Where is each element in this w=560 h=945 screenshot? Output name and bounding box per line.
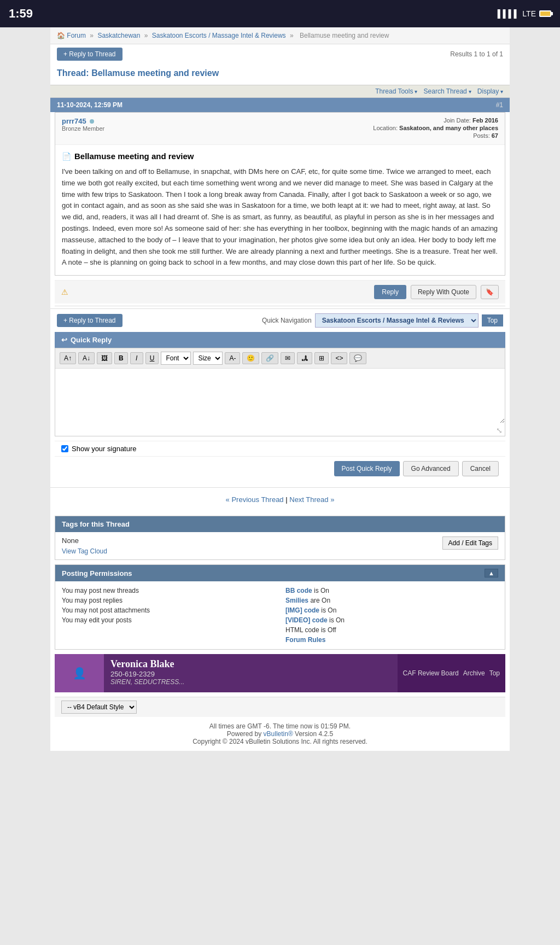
perm-item-2: You may post replies xyxy=(62,597,275,604)
resize-handle[interactable]: ⤡ xyxy=(55,425,505,436)
permissions-section: Posting Permissions ▲ You may post new t… xyxy=(55,564,505,650)
perm-rules-empty xyxy=(62,636,275,644)
smilies-status: are On xyxy=(310,597,330,604)
font-select[interactable]: Font xyxy=(161,352,191,365)
banner-links: CAF Review Board Archive Top xyxy=(398,654,505,692)
quick-nav-select[interactable]: Saskatoon Escorts / Massage Intel & Revi… xyxy=(315,313,479,328)
post-user-info: Join Date: Feb 2016 Location: Saskatoon,… xyxy=(373,117,498,140)
reply-thread-button-top[interactable]: Reply to Thread xyxy=(57,48,122,61)
reply-thread-button-bottom[interactable]: Reply to Thread xyxy=(57,314,122,327)
editor-underline-btn[interactable]: U xyxy=(145,352,159,364)
banner-top-link[interactable]: Top xyxy=(489,669,500,677)
forum-rules-link[interactable]: Forum Rules xyxy=(285,636,325,644)
footer-powered-by: Powered by vBulletin® Version 4.2.5 xyxy=(56,730,504,738)
post-content: Bellamuse meeting and review I've been t… xyxy=(55,145,505,275)
post-username[interactable]: prrr745 xyxy=(62,117,86,125)
editor-bold-btn[interactable]: B xyxy=(114,352,128,364)
perm-bbcode: BB code is On xyxy=(285,587,498,594)
results-bar: Reply to Thread Results 1 to 1 of 1 xyxy=(50,44,510,64)
editor-link-btn[interactable]: 🔗 xyxy=(261,352,278,364)
quick-nav-area: Quick Navigation Saskatoon Escorts / Mas… xyxy=(262,313,503,328)
status-bar: 1:59 ▌▌▌▌ LTE xyxy=(0,0,560,27)
next-thread-link[interactable]: Next Thread » xyxy=(289,495,334,504)
banner-phone: 250-619-2329 xyxy=(110,670,391,678)
permissions-collapse-btn[interactable]: ▲ xyxy=(485,569,498,578)
bb-code-label: BB code xyxy=(285,587,312,594)
tags-section: Tags for this Thread None View Tag Cloud… xyxy=(55,516,505,560)
post-actions: Reply Reply With Quote 🔖 xyxy=(374,285,499,299)
reply-with-quote-button[interactable]: Reply With Quote xyxy=(411,285,476,299)
join-date-info: Join Date: Feb 2016 xyxy=(373,117,498,124)
editor-email-btn[interactable]: ✉ xyxy=(281,352,295,364)
editor-font-size-2[interactable]: A↓ xyxy=(78,352,95,364)
top-button[interactable]: Top xyxy=(482,314,503,326)
quick-reply-textarea[interactable] xyxy=(55,369,505,423)
quick-reply-title: Quick Reply xyxy=(71,336,112,344)
add-edit-tags-button[interactable]: Add / Edit Tags xyxy=(442,536,499,550)
editor-code-btn[interactable]: <> xyxy=(331,352,347,364)
editor-color-btn[interactable]: A- xyxy=(225,352,240,364)
prev-thread-link[interactable]: « Previous Thread xyxy=(226,495,284,504)
editor-font-size-1[interactable]: A↑ xyxy=(60,352,76,364)
page-footer: All times are GMT -6. The time now is 01… xyxy=(50,717,510,751)
thread-nav: « Previous Thread | Next Thread » xyxy=(50,487,510,511)
banner-thumbnail: 👤 xyxy=(55,654,104,692)
quick-reply-header: ↩ Quick Reply xyxy=(55,332,505,348)
thread-label: Thread: xyxy=(57,68,89,78)
post-footer: ⚠ Reply Reply With Quote 🔖 xyxy=(55,280,505,304)
post-container: prrr745 Bronze Member Join Date: Feb 201… xyxy=(55,112,505,276)
thread-tools-link[interactable]: Thread Tools xyxy=(375,88,417,95)
signature-checkbox[interactable] xyxy=(61,445,68,452)
tags-header: Tags for this Thread xyxy=(55,516,505,532)
status-icons: ▌▌▌▌ LTE xyxy=(498,9,551,18)
perm-html: HTML code is Off xyxy=(285,626,498,634)
cancel-button[interactable]: Cancel xyxy=(462,461,499,476)
perm-item-4: You may edit your posts xyxy=(62,616,275,624)
size-select[interactable]: Size xyxy=(193,352,223,365)
post-user-rank: Bronze Member xyxy=(62,125,104,132)
quick-nav-label: Quick Navigation xyxy=(262,317,312,324)
archive-link[interactable]: Archive xyxy=(463,669,485,677)
editor-speech-btn[interactable]: 💬 xyxy=(349,352,366,364)
editor-smiley-btn[interactable]: 🙂 xyxy=(242,352,259,364)
multiquote-button[interactable]: 🔖 xyxy=(481,285,499,299)
permissions-header: Posting Permissions ▲ xyxy=(55,565,505,581)
style-select[interactable]: -- vB4 Default Style xyxy=(61,701,137,714)
location-value: Saskatoon, and many other places xyxy=(399,125,498,131)
breadcrumb-crumb1[interactable]: Saskatchewan xyxy=(97,32,140,39)
post-quick-reply-button[interactable]: Post Quick Reply xyxy=(334,461,400,476)
thread-title-link[interactable]: Bellamuse meeting and review xyxy=(91,68,219,78)
caf-review-board-link[interactable]: CAF Review Board xyxy=(403,669,459,677)
post-author: prrr745 Bronze Member xyxy=(62,117,104,140)
footer-copyright: Copyright © 2024 vBulletin Solutions Inc… xyxy=(56,738,504,745)
go-advanced-button[interactable]: Go Advanced xyxy=(403,461,459,476)
editor-table-btn[interactable]: ⊞ xyxy=(314,352,329,364)
status-time: 1:59 xyxy=(9,7,33,21)
post-date: 11-10-2024, 12:59 PM xyxy=(57,101,122,109)
posts-value: 67 xyxy=(492,132,498,139)
page-container: 🏠 Forum » Saskatchewan » Saskatoon Escor… xyxy=(50,27,510,751)
footer-banner: 👤 Veronica Blake 250-619-2329 SIREN, SED… xyxy=(55,654,505,692)
signature-label[interactable]: Show your signature xyxy=(72,445,137,453)
banner-tagline: SIREN, SEDUCTRESS... xyxy=(110,678,391,686)
tags-left: None View Tag Cloud xyxy=(62,536,107,555)
perm-item-3: You may not post attachments xyxy=(62,606,275,614)
reply-button[interactable]: Reply xyxy=(374,285,406,299)
version-text: Version 4.2.5 xyxy=(293,730,333,738)
img-code-label: [IMG] code xyxy=(285,606,319,614)
editor-image-btn[interactable]: 🖼 xyxy=(97,352,112,364)
perm-forum-rules: Forum Rules xyxy=(285,636,498,644)
display-link[interactable]: Display xyxy=(477,88,503,95)
quick-reply-box: A↑ A↓ 🖼 B I U Font Size A- 🙂 🔗 ✉ 🏞 ⊞ <> … xyxy=(55,348,505,436)
editor-italic-btn[interactable]: I xyxy=(130,352,143,364)
view-tag-cloud-link[interactable]: View Tag Cloud xyxy=(62,547,107,555)
search-thread-link[interactable]: Search Thread xyxy=(424,88,471,95)
img-code-status: is On xyxy=(321,606,336,614)
perm-html-empty xyxy=(62,626,275,634)
breadcrumb-home[interactable]: Forum xyxy=(67,32,86,39)
breadcrumb-crumb2[interactable]: Saskatoon Escorts / Massage Intel & Revi… xyxy=(152,32,286,39)
battery-icon xyxy=(539,10,551,17)
thread-heading: Thread: Bellamuse meeting and review xyxy=(57,68,503,78)
vbulletin-link[interactable]: vBulletin® xyxy=(264,730,293,738)
editor-img-tag-btn[interactable]: 🏞 xyxy=(297,352,312,364)
